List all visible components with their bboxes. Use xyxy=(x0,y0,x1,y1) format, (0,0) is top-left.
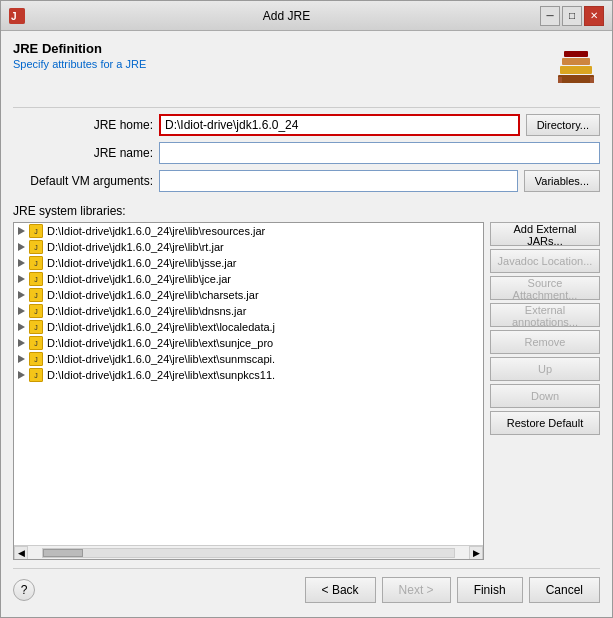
dialog-subtitle: Specify attributes for a JRE xyxy=(13,58,146,70)
footer-right: < Back Next > Finish Cancel xyxy=(305,577,600,603)
dialog-header: JRE Definition Specify attributes for a … xyxy=(13,41,600,89)
libraries-panel: JD:\Idiot-drive\jdk1.6.0_24\jre\lib\reso… xyxy=(13,222,600,560)
restore-default-button[interactable]: Restore Default xyxy=(490,411,600,435)
library-list-item[interactable]: JD:\Idiot-drive\jdk1.6.0_24\jre\lib\rt.j… xyxy=(14,239,483,255)
library-path: D:\Idiot-drive\jdk1.6.0_24\jre\lib\chars… xyxy=(47,289,259,301)
jar-icon: J xyxy=(29,336,43,350)
jar-icon: J xyxy=(29,272,43,286)
down-button[interactable]: Down xyxy=(490,384,600,408)
title-bar: J Add JRE ─ □ ✕ xyxy=(1,1,612,31)
jar-icon: J xyxy=(29,304,43,318)
horizontal-scrollbar[interactable]: ◀ ▶ xyxy=(14,545,483,559)
library-path: D:\Idiot-drive\jdk1.6.0_24\jre\lib\ext\s… xyxy=(47,353,275,365)
expand-icon xyxy=(18,273,25,285)
jre-home-input[interactable] xyxy=(159,114,520,136)
close-button[interactable]: ✕ xyxy=(584,6,604,26)
scroll-left-arrow[interactable]: ◀ xyxy=(14,546,28,560)
library-list-item[interactable]: JD:\Idiot-drive\jdk1.6.0_24\jre\lib\char… xyxy=(14,287,483,303)
expand-icon xyxy=(18,241,25,253)
jre-name-input[interactable] xyxy=(159,142,600,164)
expand-icon xyxy=(18,225,25,237)
library-path: D:\Idiot-drive\jdk1.6.0_24\jre\lib\jsse.… xyxy=(47,257,237,269)
svg-rect-4 xyxy=(562,58,590,65)
default-vm-input[interactable] xyxy=(159,170,518,192)
expand-icon xyxy=(18,257,25,269)
footer-left: ? xyxy=(13,579,35,601)
default-vm-label: Default VM arguments: xyxy=(13,174,153,188)
expand-icon xyxy=(18,337,25,349)
up-button[interactable]: Up xyxy=(490,357,600,381)
library-list-item[interactable]: JD:\Idiot-drive\jdk1.6.0_24\jre\lib\ext\… xyxy=(14,367,483,383)
window-icon: J xyxy=(9,8,25,24)
next-button[interactable]: Next > xyxy=(382,577,451,603)
directory-button[interactable]: Directory... xyxy=(526,114,600,136)
expand-icon xyxy=(18,289,25,301)
library-path: D:\Idiot-drive\jdk1.6.0_24\jre\lib\ext\l… xyxy=(47,321,275,333)
library-path: D:\Idiot-drive\jdk1.6.0_24\jre\lib\ext\s… xyxy=(47,369,275,381)
expand-icon xyxy=(18,369,25,381)
window-title: Add JRE xyxy=(33,9,540,23)
finish-button[interactable]: Finish xyxy=(457,577,523,603)
cancel-button[interactable]: Cancel xyxy=(529,577,600,603)
svg-rect-2 xyxy=(558,75,594,83)
library-path: D:\Idiot-drive\jdk1.6.0_24\jre\lib\jce.j… xyxy=(47,273,231,285)
svg-rect-6 xyxy=(558,77,562,83)
library-path: D:\Idiot-drive\jdk1.6.0_24\jre\lib\resou… xyxy=(47,225,265,237)
default-vm-row: Default VM arguments: Variables... xyxy=(13,170,600,192)
window-controls: ─ □ ✕ xyxy=(540,6,604,26)
library-path: D:\Idiot-drive\jdk1.6.0_24\jre\lib\rt.ja… xyxy=(47,241,224,253)
expand-icon xyxy=(18,353,25,365)
jar-icon: J xyxy=(29,288,43,302)
libraries-section: JRE system libraries: JD:\Idiot-drive\jd… xyxy=(13,204,600,560)
source-attachment-button[interactable]: Source Attachment... xyxy=(490,276,600,300)
library-list-item[interactable]: JD:\Idiot-drive\jdk1.6.0_24\jre\lib\ext\… xyxy=(14,319,483,335)
jar-icon: J xyxy=(29,224,43,238)
library-path: D:\Idiot-drive\jdk1.6.0_24\jre\lib\dnsns… xyxy=(47,305,246,317)
library-list-item[interactable]: JD:\Idiot-drive\jdk1.6.0_24\jre\lib\dnsn… xyxy=(14,303,483,319)
library-list-item[interactable]: JD:\Idiot-drive\jdk1.6.0_24\jre\lib\ext\… xyxy=(14,351,483,367)
svg-rect-3 xyxy=(560,66,592,74)
jre-name-row: JRE name: xyxy=(13,142,600,164)
svg-text:J: J xyxy=(11,11,17,22)
add-external-jars-button[interactable]: Add External JARs... xyxy=(490,222,600,246)
expand-icon xyxy=(18,321,25,333)
header-text: JRE Definition Specify attributes for a … xyxy=(13,41,146,70)
dialog-content: JRE Definition Specify attributes for a … xyxy=(1,31,612,617)
jar-icon: J xyxy=(29,352,43,366)
header-separator xyxy=(13,107,600,108)
libraries-list-container: JD:\Idiot-drive\jdk1.6.0_24\jre\lib\reso… xyxy=(13,222,484,560)
jre-icon xyxy=(552,41,600,89)
maximize-button[interactable]: □ xyxy=(562,6,582,26)
library-list-item[interactable]: JD:\Idiot-drive\jdk1.6.0_24\jre\lib\reso… xyxy=(14,223,483,239)
jar-icon: J xyxy=(29,256,43,270)
help-button[interactable]: ? xyxy=(13,579,35,601)
library-list-item[interactable]: JD:\Idiot-drive\jdk1.6.0_24\jre\lib\ext\… xyxy=(14,335,483,351)
library-buttons: Add External JARs... Javadoc Location...… xyxy=(490,222,600,560)
dialog-title: JRE Definition xyxy=(13,41,146,56)
variables-button[interactable]: Variables... xyxy=(524,170,600,192)
expand-icon xyxy=(18,305,25,317)
jar-icon: J xyxy=(29,240,43,254)
jre-home-label: JRE home: xyxy=(13,118,153,132)
libraries-list[interactable]: JD:\Idiot-drive\jdk1.6.0_24\jre\lib\reso… xyxy=(14,223,483,545)
external-annotations-button[interactable]: External annotations... xyxy=(490,303,600,327)
library-list-item[interactable]: JD:\Idiot-drive\jdk1.6.0_24\jre\lib\jce.… xyxy=(14,271,483,287)
scroll-right-arrow[interactable]: ▶ xyxy=(469,546,483,560)
minimize-button[interactable]: ─ xyxy=(540,6,560,26)
main-window: J Add JRE ─ □ ✕ JRE Definition Specify a… xyxy=(0,0,613,618)
dialog-footer: ? < Back Next > Finish Cancel xyxy=(13,568,600,607)
library-list-item[interactable]: JD:\Idiot-drive\jdk1.6.0_24\jre\lib\jsse… xyxy=(14,255,483,271)
jre-home-row: JRE home: Directory... xyxy=(13,114,600,136)
scrollbar-track[interactable] xyxy=(42,548,455,558)
libraries-label: JRE system libraries: xyxy=(13,204,600,218)
library-path: D:\Idiot-drive\jdk1.6.0_24\jre\lib\ext\s… xyxy=(47,337,273,349)
back-button[interactable]: < Back xyxy=(305,577,376,603)
javadoc-location-button[interactable]: Javadoc Location... xyxy=(490,249,600,273)
jar-icon: J xyxy=(29,320,43,334)
scrollbar-thumb[interactable] xyxy=(43,549,83,557)
jar-icon: J xyxy=(29,368,43,382)
jre-name-label: JRE name: xyxy=(13,146,153,160)
svg-rect-5 xyxy=(564,51,588,57)
remove-button[interactable]: Remove xyxy=(490,330,600,354)
svg-rect-7 xyxy=(590,77,594,83)
